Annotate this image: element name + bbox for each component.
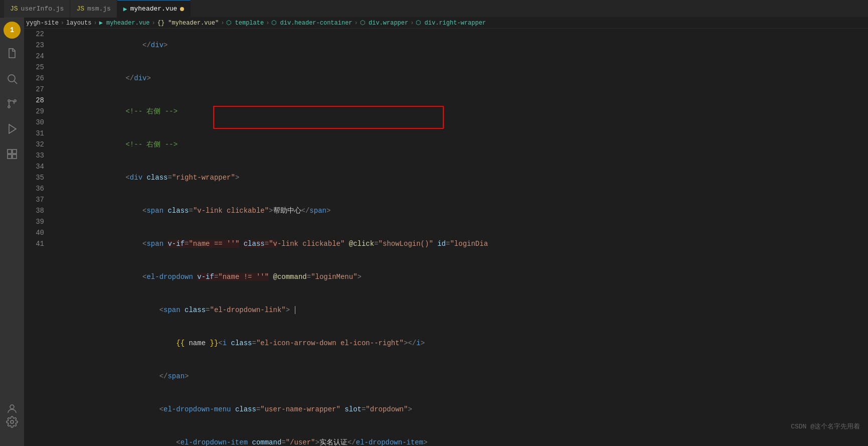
settings-icon [6, 416, 18, 428]
crumb-header-container: ⬡ div.header-container [271, 19, 352, 27]
tab-js-icon: JS [10, 5, 18, 13]
crumb-right-wrapper: ⬡ div.right-wrapper [416, 19, 486, 27]
tab-modified-dot [180, 7, 184, 11]
code-line-27: <span class="v-link clickable">帮助中心</spa… [58, 194, 868, 227]
activity-run[interactable] [0, 117, 24, 141]
activity-bar: 1 [0, 18, 24, 446]
crumb-template-ref: {} "myheader.vue" [157, 20, 219, 27]
breadcrumb: yygh › yygh-site › layouts › ▶ myheader.… [0, 18, 868, 29]
code-line-28: <span v-if="name == ''" class="v-link cl… [58, 227, 868, 260]
extensions-icon [6, 148, 18, 160]
tab-userinfo-label: userInfo.js [21, 5, 64, 13]
svg-point-3 [14, 100, 16, 102]
crumb-myheader-file: ▶ myheader.vue [99, 19, 150, 27]
code-line-29: <el-dropdown v-if="name != ''" @command=… [58, 260, 868, 293]
code-line-31: {{ name }}<i class="el-icon-arrow-down e… [58, 327, 868, 360]
svg-marker-6 [9, 124, 16, 133]
run-icon [6, 123, 18, 135]
activity-extensions[interactable] [0, 142, 24, 166]
svg-rect-10 [13, 155, 17, 159]
svg-line-1 [15, 81, 18, 84]
svg-point-4 [8, 106, 10, 108]
activity-search[interactable] [0, 67, 24, 91]
svg-point-2 [8, 100, 10, 102]
code-line-26: <div class="right-wrapper"> [58, 161, 868, 194]
activity-settings[interactable] [0, 410, 24, 434]
editor-area: 22 23 24 25 26 27 28 29 30 31 32 33 34 3… [24, 29, 868, 446]
tab-userinfo[interactable]: JS userInfo.js [4, 0, 70, 18]
code-content[interactable]: </div> </div> <!-- 右侧 --> <!-- 右侧 --> <d… [50, 29, 868, 446]
files-icon [6, 48, 18, 60]
line-numbers: 22 23 24 25 26 27 28 29 30 31 32 33 34 3… [24, 29, 50, 446]
code-line-22: </div> [58, 29, 868, 62]
tab-myheader[interactable]: ▶ myheader.vue [117, 0, 191, 18]
svg-rect-9 [8, 155, 12, 159]
watermark: CSDN @这个名字先用着 [791, 422, 860, 431]
code-line-23: </div> [58, 62, 868, 95]
tab-msm-label: msm.js [87, 5, 111, 13]
activity-git[interactable] [0, 92, 24, 116]
crumb-yygh-site: yygh-site [26, 20, 59, 27]
code-line-33: <el-dropdown-menu class="user-name-wrapp… [58, 393, 868, 426]
crumb-template: ⬡ template [226, 19, 264, 27]
git-icon [6, 98, 18, 110]
svg-rect-8 [13, 150, 17, 154]
activity-explorer[interactable]: 1 [4, 22, 21, 39]
tab-vue-icon: ▶ [123, 5, 127, 13]
tab-msm[interactable]: JS msm.js [70, 0, 117, 18]
svg-point-12 [11, 420, 14, 423]
code-line-32: </span> [58, 360, 868, 393]
code-line-24: <!-- 右侧 --> [58, 95, 868, 128]
crumb-layouts: layouts [66, 20, 91, 27]
search-icon [6, 73, 18, 85]
tab-bar: JS userInfo.js JS msm.js ▶ myheader.vue [0, 0, 868, 18]
code-area[interactable]: 22 23 24 25 26 27 28 29 30 31 32 33 34 3… [24, 29, 868, 446]
tab-myheader-label: myheader.vue [130, 5, 178, 13]
code-line-30: <span class="el-dropdown-link"> [58, 293, 868, 327]
text-cursor [295, 306, 295, 314]
svg-rect-7 [8, 150, 12, 154]
tab-js-icon2: JS [76, 5, 84, 13]
code-line-25: <!-- 右侧 --> [58, 128, 868, 161]
svg-point-0 [8, 75, 15, 82]
svg-point-11 [10, 405, 14, 409]
code-line-34: <el-dropdown-item command="/user">实名认证</… [58, 426, 868, 446]
activity-files[interactable] [0, 42, 24, 66]
crumb-wrapper: ⬡ div.wrapper [360, 19, 408, 27]
